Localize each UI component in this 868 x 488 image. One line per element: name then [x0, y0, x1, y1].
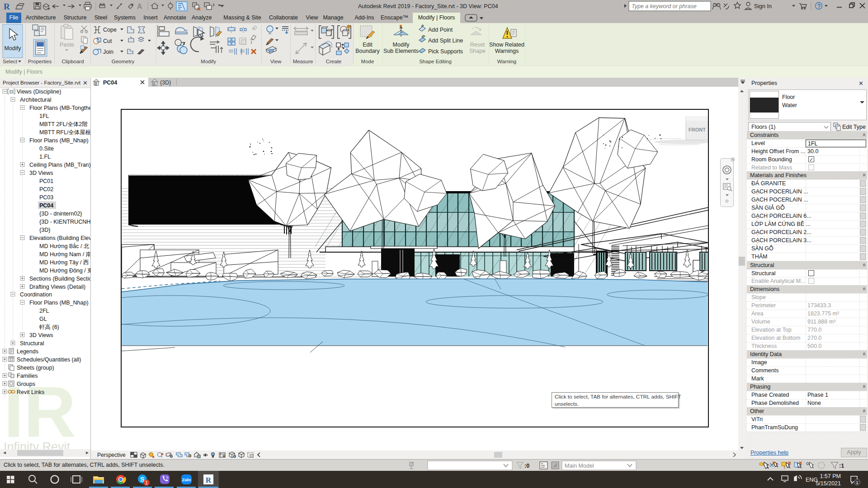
svg-text:Infinity Revit: Infinity Revit: [4, 440, 71, 449]
svg-text:Legends: Legends: [17, 348, 38, 355]
svg-text:Type a keyword or phrase: Type a keyword or phrase: [632, 3, 697, 9]
svg-text:MD Hướng Nam / 南: MD Hướng Nam / 南: [39, 251, 90, 258]
svg-text:3D Views: 3D Views: [29, 170, 53, 176]
svg-text:MD Hướng Đông / 東: MD Hướng Đông / 東: [39, 267, 90, 274]
svg-text:Edit: Edit: [363, 42, 373, 48]
svg-text:Sign In: Sign In: [754, 3, 772, 9]
svg-text:Shape: Shape: [469, 48, 486, 54]
svg-text:PC03: PC03: [39, 194, 53, 201]
svg-text:MBTT RFL/全体屋根: MBTT RFL/全体屋根: [39, 129, 90, 136]
svg-text:PC01: PC01: [39, 178, 53, 184]
svg-text:MBTT 2FL/全体2階: MBTT 2FL/全体2階: [39, 121, 88, 127]
svg-text:5/15/2021: 5/15/2021: [816, 480, 841, 487]
svg-text:Architectural: Architectural: [20, 97, 51, 103]
svg-text:Paste: Paste: [60, 42, 74, 48]
svg-text:3D Views: 3D Views: [29, 332, 53, 338]
svg-text:1: 1: [145, 480, 148, 485]
svg-text:GL: GL: [39, 316, 47, 322]
svg-text:{3D - KIENTRUCNHIE: {3D - KIENTRUCNHIE: [39, 219, 90, 225]
svg-text::1: :1: [839, 463, 844, 469]
svg-text:Drafting Views (Detail): Drafting Views (Detail): [29, 284, 85, 290]
svg-text:Clipboard: Clipboard: [61, 59, 84, 64]
svg-text:Coordination: Coordination: [20, 291, 52, 298]
svg-text:{3D - dnintern02}: {3D - dnintern02}: [39, 211, 82, 217]
svg-text:2FL: 2FL: [39, 308, 49, 314]
svg-text:R: R: [4, 2, 10, 11]
svg-text:View: View: [270, 59, 282, 64]
svg-text:Add Point: Add Point: [428, 27, 453, 33]
svg-text:Sections (Building Sectio: Sections (Building Sectio: [29, 276, 90, 282]
svg-text:Boundary: Boundary: [355, 48, 380, 54]
svg-text:Zalo: Zalo: [182, 477, 191, 482]
svg-text:Join: Join: [103, 49, 113, 55]
svg-text:Geometry: Geometry: [112, 59, 135, 64]
svg-text:1:57 PM: 1:57 PM: [820, 473, 841, 479]
svg-text:1: 1: [856, 480, 858, 485]
svg-text:PC04: PC04: [39, 202, 53, 209]
svg-text:Create: Create: [326, 59, 342, 64]
svg-text:{3D}: {3D}: [39, 227, 50, 233]
svg-text:Schedules/Quantities (all): Schedules/Quantities (all): [17, 357, 81, 363]
svg-text:Pick Supports: Pick Supports: [428, 48, 463, 55]
svg-text:IR: IR: [4, 371, 76, 449]
svg-text:Families: Families: [17, 373, 38, 379]
svg-text:1FL: 1FL: [39, 113, 49, 119]
svg-text:1.FL: 1.FL: [39, 154, 51, 160]
svg-text:MD Hướng Tây / 西: MD Hướng Tây / 西: [39, 259, 89, 266]
svg-text:0.Site: 0.Site: [39, 145, 54, 152]
svg-text:Modify: Modify: [5, 45, 22, 52]
svg-text:?: ?: [817, 3, 821, 9]
svg-text:Views (Discipline): Views (Discipline): [17, 89, 61, 95]
svg-text:Modify: Modify: [201, 59, 216, 64]
svg-text:PC02: PC02: [39, 186, 53, 192]
svg-text:Warning: Warning: [497, 59, 516, 64]
svg-text:Sub Elements: Sub Elements: [383, 48, 419, 54]
svg-text:Groups: Groups: [17, 381, 35, 387]
svg-text:Floor Plans (MB-Tongthe: Floor Plans (MB-Tongthe: [29, 105, 90, 111]
svg-text:Structural: Structural: [20, 340, 44, 347]
svg-text::0: :0: [524, 463, 529, 469]
svg-text:Revit Links: Revit Links: [17, 389, 44, 395]
svg-text:Sheets (group): Sheets (group): [17, 365, 54, 371]
svg-text:Select: Select: [3, 59, 18, 64]
svg-text:{3D}: {3D}: [160, 80, 171, 86]
svg-text:Floor Plans (MB_Nhap): Floor Plans (MB_Nhap): [29, 137, 89, 144]
svg-text:Show Related: Show Related: [489, 42, 524, 48]
svg-text:Elevations (Building Elev: Elevations (Building Elev: [29, 235, 90, 241]
svg-text:PC04: PC04: [103, 80, 117, 86]
svg-text:R: R: [206, 476, 212, 484]
svg-text:FRONT: FRONT: [689, 127, 706, 132]
svg-text:Cope: Cope: [103, 27, 117, 33]
svg-text:Measure: Measure: [293, 59, 313, 64]
svg-text:Modify: Modify: [393, 42, 410, 48]
svg-text:A: A: [137, 3, 142, 10]
svg-text:Cut: Cut: [103, 38, 112, 44]
svg-text:Warnings: Warnings: [495, 48, 519, 54]
svg-text:軒高 (6): 軒高 (6): [39, 324, 59, 330]
svg-text:Add Split Line: Add Split Line: [428, 38, 463, 44]
svg-text:Floor Plans (MB_Nhap): Floor Plans (MB_Nhap): [29, 300, 89, 306]
svg-text:Main Model: Main Model: [565, 463, 594, 469]
svg-text:MD Hướng Bắc / 北: MD Hướng Bắc / 北: [39, 243, 90, 249]
svg-text:Shape Editing: Shape Editing: [419, 59, 452, 64]
svg-text:Properties: Properties: [28, 59, 52, 64]
svg-text:Ceiling Plans (MB_Tran): Ceiling Plans (MB_Tran): [29, 162, 90, 168]
svg-text:Reset: Reset: [470, 42, 485, 48]
svg-text:Mode: Mode: [361, 59, 374, 64]
